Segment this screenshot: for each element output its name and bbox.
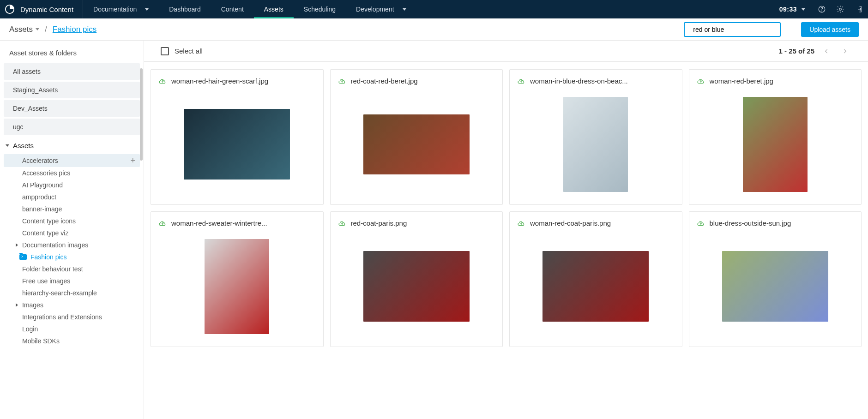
breadcrumb-current[interactable]: Fashion pics	[53, 25, 96, 34]
folder-item[interactable]: banner-image	[4, 203, 140, 215]
asset-title: woman-in-blue-dress-on-beac...	[530, 77, 628, 85]
folder-item[interactable]: Free use images	[4, 275, 140, 287]
nav-scheduling[interactable]: Scheduling	[294, 0, 346, 18]
search-box[interactable]	[684, 22, 781, 37]
folder-item[interactable]: Images	[4, 299, 140, 311]
search-input[interactable]	[693, 26, 774, 33]
asset-title: woman-red-beret.jpg	[710, 77, 773, 85]
folder-label: Documentation images	[19, 241, 135, 249]
folder-label: Images	[19, 301, 135, 309]
asset-grid: woman-red-hair-green-scarf.jpgred-coat-r…	[144, 62, 868, 419]
cloud-upload-icon	[338, 78, 346, 84]
assets-root-label: Assets	[13, 142, 34, 150]
folder-label: Integrations and Extensions	[19, 313, 135, 321]
time-text: 09:33	[779, 6, 797, 13]
folder-label: Mobile SDKs	[19, 337, 135, 345]
cloud-upload-icon	[517, 220, 525, 227]
folder-label: ampproduct	[19, 193, 135, 201]
folder-item[interactable]: Accelerators+	[4, 154, 140, 167]
logout-icon	[855, 5, 863, 13]
folder-icon	[19, 254, 27, 260]
svg-point-2	[822, 11, 822, 11]
folder-item[interactable]: Fashion pics	[4, 251, 140, 263]
asset-thumbnail	[184, 109, 290, 180]
top-nav: Dynamic Content DocumentationDashboardCo…	[0, 0, 868, 18]
help-button[interactable]	[813, 0, 831, 18]
add-icon[interactable]: +	[130, 156, 135, 165]
logout-button[interactable]	[850, 0, 868, 18]
thumb-area	[517, 90, 675, 199]
asset-thumbnail	[722, 251, 828, 322]
asset-thumbnail	[205, 239, 269, 334]
upload-button[interactable]: Upload assets	[801, 22, 859, 37]
thumb-area	[158, 90, 316, 199]
nav-development[interactable]: Development	[346, 0, 416, 18]
asset-title: red-coat-red-beret.jpg	[351, 77, 418, 85]
asset-card[interactable]: woman-in-blue-dress-on-beac...	[509, 69, 682, 205]
folder-item[interactable]: Integrations and Extensions	[4, 311, 140, 323]
folder-label: Accelerators	[19, 157, 130, 164]
chevron-right-icon	[842, 48, 848, 54]
sidebar-heading: Asset stores & folders	[4, 45, 140, 61]
asset-title: red-coat-paris.png	[351, 219, 407, 227]
folder-label: hierarchy-search-example	[19, 289, 135, 297]
paging-text: 1 - 25 of 25	[778, 47, 814, 55]
store-item[interactable]: All assets	[4, 63, 140, 80]
asset-card[interactable]: woman-red-beret.jpg	[689, 69, 862, 205]
folder-label: Free use images	[19, 277, 135, 285]
assets-tree-root[interactable]: Assets	[4, 137, 140, 154]
nav-assets[interactable]: Assets	[254, 0, 294, 18]
folder-item[interactable]: Mobile SDKs	[4, 335, 140, 347]
folder-item[interactable]: ampproduct	[4, 191, 140, 203]
next-page-button[interactable]	[838, 45, 851, 58]
cloud-upload-icon	[338, 220, 346, 227]
folder-item[interactable]: hierarchy-search-example	[4, 287, 140, 299]
nav-documentation[interactable]: Documentation	[83, 0, 159, 18]
logo-icon	[5, 4, 15, 14]
asset-card[interactable]: red-coat-paris.png	[330, 211, 503, 347]
store-item[interactable]: ugc	[4, 119, 140, 135]
nav-dashboard[interactable]: Dashboard	[159, 0, 211, 18]
folder-label: Login	[19, 325, 135, 333]
folder-item[interactable]: Documentation images	[4, 239, 140, 251]
asset-card[interactable]: blue-dress-outside-sun.jpg	[689, 211, 862, 347]
sub-bar: Assets / Fashion pics Upload assets	[0, 18, 868, 41]
select-all-checkbox[interactable]	[161, 47, 169, 55]
asset-thumbnail	[363, 251, 470, 322]
scrollbar[interactable]	[140, 68, 143, 161]
asset-card[interactable]: woman-red-coat-paris.png	[509, 211, 682, 347]
thumb-area	[158, 232, 316, 341]
folder-item[interactable]: Folder behaviour test	[4, 263, 140, 275]
breadcrumb-root[interactable]: Assets	[9, 25, 39, 34]
select-all-label: Select all	[175, 47, 203, 55]
asset-card[interactable]: woman-red-hair-green-scarf.jpg	[151, 69, 324, 205]
brand[interactable]: Dynamic Content	[0, 0, 83, 18]
cloud-upload-icon	[158, 220, 167, 227]
cloud-upload-icon	[697, 78, 705, 84]
thumb-area	[517, 232, 675, 341]
help-icon	[818, 5, 826, 13]
settings-button[interactable]	[831, 0, 850, 18]
prev-page-button[interactable]	[820, 45, 833, 58]
asset-title: blue-dress-outside-sun.jpg	[710, 219, 791, 227]
chevron-down-icon	[802, 8, 805, 11]
folder-item[interactable]: Content type viz	[4, 227, 140, 239]
nav-content[interactable]: Content	[211, 0, 254, 18]
asset-card[interactable]: red-coat-red-beret.jpg	[330, 69, 503, 205]
thumb-area	[697, 232, 854, 341]
time-display[interactable]: 09:33	[772, 6, 813, 13]
folder-label: Accessories pics	[19, 169, 135, 177]
asset-title: woman-red-sweater-wintertre...	[171, 219, 267, 227]
chevron-right-icon	[16, 243, 18, 247]
store-item[interactable]: Staging_Assets	[4, 82, 140, 98]
store-item[interactable]: Dev_Assets	[4, 100, 140, 117]
asset-card[interactable]: woman-red-sweater-wintertre...	[151, 211, 324, 347]
asset-title: woman-red-coat-paris.png	[530, 219, 611, 227]
cloud-upload-icon	[697, 220, 705, 227]
folder-item[interactable]: Content type icons	[4, 215, 140, 227]
folder-item[interactable]: AI Playground	[4, 179, 140, 191]
folder-item[interactable]: Accessories pics	[4, 167, 140, 179]
folder-item[interactable]: Login	[4, 323, 140, 335]
gear-icon	[836, 5, 844, 13]
folder-label: Fashion pics	[28, 253, 135, 261]
